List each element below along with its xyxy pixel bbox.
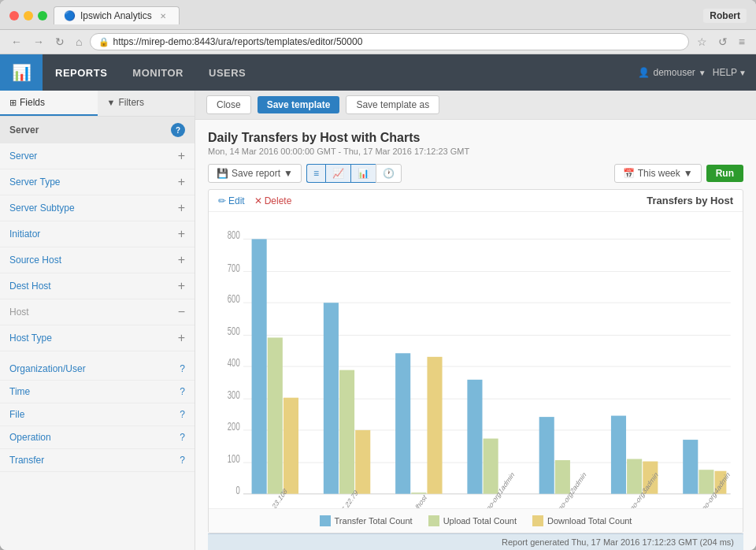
logo-area: 📊 — [0, 54, 43, 91]
legend-upload-label: Upload Total Count — [443, 516, 517, 526]
field-label-host-type: Host Type — [9, 333, 52, 344]
sidebar-field-source-host[interactable]: Source Host + — [0, 247, 195, 273]
nav-item-reports[interactable]: REPORTS — [43, 54, 120, 91]
new-tab-area[interactable] — [186, 13, 217, 19]
sidebar: ⊞ Fields ▼ Filters Server ? Server — [0, 91, 195, 550]
close-button[interactable]: Close — [206, 95, 251, 114]
reload-btn[interactable]: ↻ — [52, 34, 68, 50]
view-table-btn[interactable]: ≡ — [306, 164, 325, 183]
sidebar-field-dest-host[interactable]: Dest Host + — [0, 273, 195, 299]
tab-close-icon[interactable]: ✕ — [160, 12, 166, 20]
file-info-icon[interactable]: ? — [180, 409, 185, 420]
server-info-icon[interactable]: ? — [171, 123, 185, 137]
org-user-info-icon[interactable]: ? — [180, 363, 185, 374]
sidebar-field-initiator[interactable]: Initiator + — [0, 221, 195, 247]
home-btn[interactable]: ⌂ — [72, 34, 85, 50]
transfer-info-icon[interactable]: ? — [180, 455, 185, 466]
delete-button[interactable]: ✕ Delete — [254, 195, 292, 206]
legend-upload-color — [428, 515, 439, 526]
svg-text:Localhost: Localhost — [406, 492, 428, 508]
forward-btn[interactable]: → — [30, 34, 47, 50]
extensions-btn[interactable]: ↺ — [715, 34, 731, 50]
top-nav: 📊 REPORTS MONITOR USERS 👤 demouser ▼ — [0, 54, 756, 91]
settings-btn[interactable]: ≡ — [736, 34, 748, 50]
nav-item-monitor[interactable]: MONITOR — [120, 54, 196, 91]
nav-help-menu[interactable]: HELP ▼ — [713, 67, 747, 78]
nav-item-users[interactable]: USERS — [196, 54, 258, 91]
field-add-server-subtype-icon[interactable]: + — [178, 201, 185, 215]
bar — [627, 459, 642, 493]
field-add-server-type-icon[interactable]: + — [178, 175, 185, 189]
sidebar-group-time[interactable]: Time ? — [0, 381, 195, 403]
filters-tab-label: Filters — [118, 97, 144, 108]
save-report-button[interactable]: 💾 Save report ▼ — [208, 164, 302, 183]
nav-items: REPORTS MONITOR USERS — [43, 54, 258, 91]
run-button[interactable]: Run — [706, 165, 743, 182]
save-report-caret: ▼ — [284, 168, 293, 179]
time-info-icon[interactable]: ? — [180, 386, 185, 397]
bookmark-btn[interactable]: ☆ — [694, 34, 710, 50]
date-range-button[interactable]: 📅 This week ▼ — [614, 164, 702, 183]
minimize-window-btn[interactable] — [24, 11, 33, 20]
maximize-window-btn[interactable] — [38, 11, 47, 20]
save-template-as-button[interactable]: Save template as — [346, 95, 439, 114]
tab-filters[interactable]: ▼ Filters — [98, 91, 195, 116]
bar — [467, 380, 482, 494]
group-label-file: File — [9, 409, 24, 420]
bar — [355, 430, 370, 494]
chart-panel-header: ✏ Edit ✕ Delete Transfers by Host — [209, 190, 743, 212]
save-template-button[interactable]: Save template — [258, 96, 340, 113]
report-toolbar: 💾 Save report ▼ ≡ 📈 📊 🕐 — [208, 164, 743, 183]
browser-user-label[interactable]: Robert — [703, 9, 747, 23]
pencil-icon: ✏ — [218, 195, 226, 206]
view-bar-chart-btn[interactable]: 📊 — [350, 164, 376, 183]
nav-user-menu[interactable]: 👤 demouser ▼ — [638, 67, 706, 78]
chart-panel: ✏ Edit ✕ Delete Transfers by Host — [208, 189, 743, 533]
browser-tab[interactable]: 🔵 Ipswich Analytics ✕ — [54, 6, 180, 24]
report-subtitle: Mon, 14 Mar 2016 00:00:00 GMT - Thu, 17 … — [208, 147, 743, 156]
report-title: Daily Transfers by Host with Charts — [208, 131, 743, 145]
field-add-server-icon[interactable]: + — [178, 149, 185, 163]
sidebar-group-file[interactable]: File ? — [0, 403, 195, 426]
report-date-range: 📅 This week ▼ Run — [614, 164, 743, 183]
view-clock-btn[interactable]: 🕐 — [376, 164, 402, 183]
group-label-transfer: Transfer — [9, 455, 44, 466]
url-bar[interactable]: 🔒 https://mirep-demo:8443/ura/reports/te… — [90, 33, 688, 50]
sidebar-tabs: ⊞ Fields ▼ Filters — [0, 91, 195, 117]
field-add-initiator-icon[interactable]: + — [178, 227, 185, 241]
sidebar-group-operation[interactable]: Operation ? — [0, 426, 195, 449]
svg-text:800: 800 — [228, 229, 240, 242]
svg-text:700: 700 — [228, 262, 240, 274]
sidebar-field-host[interactable]: Host − — [0, 299, 195, 325]
filters-tab-icon: ▼ — [107, 98, 116, 107]
sidebar-group-transfer[interactable]: Transfer ? — [0, 449, 195, 472]
status-bar: Report generated Thu, 17 Mar 2016 17:12:… — [208, 533, 743, 550]
close-window-btn[interactable] — [9, 11, 19, 20]
back-btn[interactable]: ← — [8, 34, 25, 50]
operation-info-icon[interactable]: ? — [180, 432, 185, 443]
user-icon: 👤 — [638, 67, 650, 78]
sidebar-field-host-type[interactable]: Host Type + — [0, 325, 195, 351]
view-line-chart-btn[interactable]: 📈 — [325, 164, 350, 183]
field-remove-host-icon[interactable]: − — [178, 305, 185, 319]
field-add-host-type-icon[interactable]: + — [178, 331, 185, 345]
ssl-lock-icon: 🔒 — [98, 37, 109, 47]
bar — [484, 439, 498, 494]
view-toggle-group: ≡ 📈 📊 🕐 — [306, 164, 402, 183]
edit-button[interactable]: ✏ Edit — [218, 195, 245, 206]
field-add-source-host-icon[interactable]: + — [178, 253, 185, 267]
field-label-server-subtype: Server Subtype — [9, 203, 75, 214]
sidebar-field-server[interactable]: Server + — [0, 143, 195, 169]
tab-fields[interactable]: ⊞ Fields — [0, 91, 98, 116]
field-add-dest-host-icon[interactable]: + — [178, 279, 185, 293]
sidebar-group-org-user[interactable]: Organization/User ? — [0, 358, 195, 381]
x-icon: ✕ — [254, 195, 262, 206]
bar — [324, 303, 339, 493]
server-section-header[interactable]: Server ? — [0, 117, 195, 143]
date-range-caret: ▼ — [684, 168, 693, 179]
legend-download: Download Total Count — [532, 515, 632, 526]
main-content: Close Save template Save template as Dai… — [195, 91, 756, 550]
sidebar-field-server-subtype[interactable]: Server Subtype + — [0, 195, 195, 221]
nav-username: demouser — [653, 67, 695, 78]
sidebar-field-server-type[interactable]: Server Type + — [0, 169, 195, 195]
